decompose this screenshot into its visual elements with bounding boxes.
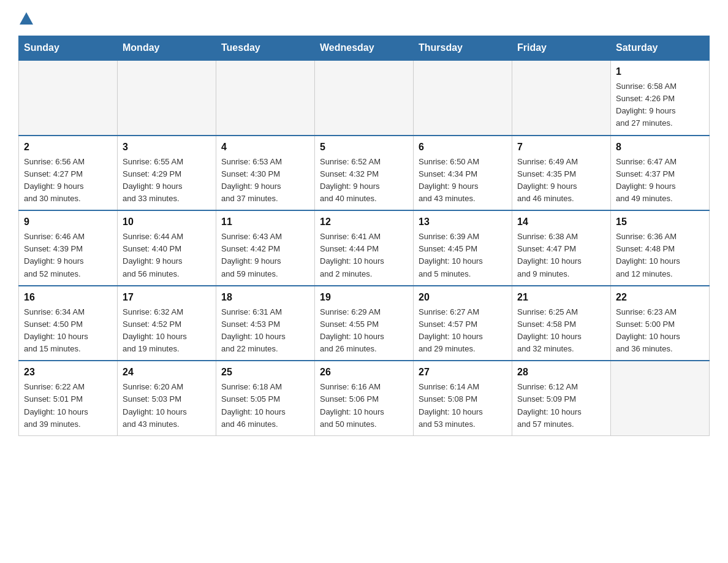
calendar-cell: 12Sunrise: 6:41 AM Sunset: 4:44 PM Dayli…	[315, 210, 414, 286]
calendar-table: SundayMondayTuesdayWednesdayThursdayFrid…	[18, 36, 710, 436]
column-header-thursday: Thursday	[414, 36, 512, 61]
day-info: Sunrise: 6:12 AM Sunset: 5:09 PM Dayligh…	[517, 381, 605, 431]
day-number: 2	[24, 140, 112, 155]
calendar-cell: 28Sunrise: 6:12 AM Sunset: 5:09 PM Dayli…	[512, 361, 611, 435]
day-number: 5	[320, 140, 408, 155]
column-header-saturday: Saturday	[611, 36, 710, 61]
calendar-cell: 2Sunrise: 6:56 AM Sunset: 4:27 PM Daylig…	[19, 136, 118, 211]
day-info: Sunrise: 6:29 AM Sunset: 4:55 PM Dayligh…	[320, 306, 408, 356]
calendar-cell: 7Sunrise: 6:49 AM Sunset: 4:35 PM Daylig…	[512, 136, 611, 211]
day-info: Sunrise: 6:52 AM Sunset: 4:32 PM Dayligh…	[320, 156, 408, 205]
day-number: 11	[221, 215, 309, 229]
calendar-header-row: SundayMondayTuesdayWednesdayThursdayFrid…	[19, 36, 710, 61]
calendar-cell: 25Sunrise: 6:18 AM Sunset: 5:05 PM Dayli…	[216, 361, 315, 435]
calendar-cell: 16Sunrise: 6:34 AM Sunset: 4:50 PM Dayli…	[19, 286, 118, 361]
day-info: Sunrise: 6:44 AM Sunset: 4:40 PM Dayligh…	[123, 231, 211, 280]
week-row-2: 2Sunrise: 6:56 AM Sunset: 4:27 PM Daylig…	[19, 136, 710, 211]
day-info: Sunrise: 6:27 AM Sunset: 4:57 PM Dayligh…	[419, 306, 507, 356]
day-number: 8	[616, 140, 704, 155]
day-info: Sunrise: 6:41 AM Sunset: 4:44 PM Dayligh…	[320, 231, 408, 280]
week-row-3: 9Sunrise: 6:46 AM Sunset: 4:39 PM Daylig…	[19, 210, 710, 286]
calendar-cell: 22Sunrise: 6:23 AM Sunset: 5:00 PM Dayli…	[611, 286, 710, 361]
day-number: 1	[616, 64, 704, 79]
day-number: 25	[221, 365, 309, 380]
day-number: 19	[320, 290, 408, 305]
calendar-cell: 5Sunrise: 6:52 AM Sunset: 4:32 PM Daylig…	[315, 136, 414, 211]
logo	[18, 12, 33, 25]
day-info: Sunrise: 6:16 AM Sunset: 5:06 PM Dayligh…	[320, 381, 408, 431]
calendar-cell: 19Sunrise: 6:29 AM Sunset: 4:55 PM Dayli…	[315, 286, 414, 361]
day-number: 26	[320, 365, 408, 380]
day-number: 14	[517, 215, 605, 229]
day-info: Sunrise: 6:49 AM Sunset: 4:35 PM Dayligh…	[517, 156, 605, 205]
day-info: Sunrise: 6:50 AM Sunset: 4:34 PM Dayligh…	[419, 156, 507, 205]
day-info: Sunrise: 6:55 AM Sunset: 4:29 PM Dayligh…	[123, 156, 211, 205]
calendar-cell	[216, 60, 315, 136]
day-info: Sunrise: 6:58 AM Sunset: 4:26 PM Dayligh…	[616, 80, 704, 130]
day-info: Sunrise: 6:53 AM Sunset: 4:30 PM Dayligh…	[221, 156, 309, 205]
calendar-cell: 3Sunrise: 6:55 AM Sunset: 4:29 PM Daylig…	[118, 136, 216, 211]
calendar-cell: 8Sunrise: 6:47 AM Sunset: 4:37 PM Daylig…	[611, 136, 710, 211]
calendar-cell: 10Sunrise: 6:44 AM Sunset: 4:40 PM Dayli…	[118, 210, 216, 286]
day-info: Sunrise: 6:23 AM Sunset: 5:00 PM Dayligh…	[616, 306, 704, 356]
day-number: 15	[616, 215, 704, 229]
calendar-cell	[315, 60, 414, 136]
day-info: Sunrise: 6:39 AM Sunset: 4:45 PM Dayligh…	[419, 231, 507, 280]
calendar-cell: 23Sunrise: 6:22 AM Sunset: 5:01 PM Dayli…	[19, 361, 118, 435]
week-row-4: 16Sunrise: 6:34 AM Sunset: 4:50 PM Dayli…	[19, 286, 710, 361]
week-row-1: 1Sunrise: 6:58 AM Sunset: 4:26 PM Daylig…	[19, 60, 710, 136]
day-number: 3	[123, 140, 211, 155]
day-info: Sunrise: 6:47 AM Sunset: 4:37 PM Dayligh…	[616, 156, 704, 205]
calendar-cell: 15Sunrise: 6:36 AM Sunset: 4:48 PM Dayli…	[611, 210, 710, 286]
column-header-monday: Monday	[118, 36, 216, 61]
day-info: Sunrise: 6:32 AM Sunset: 4:52 PM Dayligh…	[123, 306, 211, 356]
day-number: 21	[517, 290, 605, 305]
day-number: 13	[419, 215, 507, 229]
day-info: Sunrise: 6:18 AM Sunset: 5:05 PM Dayligh…	[221, 381, 309, 431]
calendar-cell: 26Sunrise: 6:16 AM Sunset: 5:06 PM Dayli…	[315, 361, 414, 435]
day-number: 6	[419, 140, 507, 155]
calendar-cell: 21Sunrise: 6:25 AM Sunset: 4:58 PM Dayli…	[512, 286, 611, 361]
svg-marker-0	[20, 12, 33, 25]
calendar-cell	[118, 60, 216, 136]
calendar-cell: 24Sunrise: 6:20 AM Sunset: 5:03 PM Dayli…	[118, 361, 216, 435]
calendar-cell	[611, 361, 710, 435]
page-header	[18, 12, 710, 25]
day-info: Sunrise: 6:14 AM Sunset: 5:08 PM Dayligh…	[419, 381, 507, 431]
column-header-friday: Friday	[512, 36, 611, 61]
day-number: 16	[24, 290, 112, 305]
calendar-cell: 13Sunrise: 6:39 AM Sunset: 4:45 PM Dayli…	[414, 210, 512, 286]
calendar-cell: 6Sunrise: 6:50 AM Sunset: 4:34 PM Daylig…	[414, 136, 512, 211]
day-number: 28	[517, 365, 605, 380]
day-info: Sunrise: 6:34 AM Sunset: 4:50 PM Dayligh…	[24, 306, 112, 356]
day-number: 12	[320, 215, 408, 229]
day-number: 20	[419, 290, 507, 305]
week-row-5: 23Sunrise: 6:22 AM Sunset: 5:01 PM Dayli…	[19, 361, 710, 435]
day-number: 22	[616, 290, 704, 305]
day-number: 17	[123, 290, 211, 305]
column-header-wednesday: Wednesday	[315, 36, 414, 61]
calendar-cell: 20Sunrise: 6:27 AM Sunset: 4:57 PM Dayli…	[414, 286, 512, 361]
calendar-cell: 17Sunrise: 6:32 AM Sunset: 4:52 PM Dayli…	[118, 286, 216, 361]
calendar-cell: 1Sunrise: 6:58 AM Sunset: 4:26 PM Daylig…	[611, 60, 710, 136]
day-info: Sunrise: 6:20 AM Sunset: 5:03 PM Dayligh…	[123, 381, 211, 431]
day-info: Sunrise: 6:25 AM Sunset: 4:58 PM Dayligh…	[517, 306, 605, 356]
day-info: Sunrise: 6:46 AM Sunset: 4:39 PM Dayligh…	[24, 231, 112, 280]
calendar-cell	[414, 60, 512, 136]
day-info: Sunrise: 6:43 AM Sunset: 4:42 PM Dayligh…	[221, 231, 309, 280]
day-number: 7	[517, 140, 605, 155]
calendar-cell: 14Sunrise: 6:38 AM Sunset: 4:47 PM Dayli…	[512, 210, 611, 286]
calendar-cell	[512, 60, 611, 136]
day-number: 9	[24, 215, 112, 229]
day-number: 10	[123, 215, 211, 229]
calendar-cell	[19, 60, 118, 136]
calendar-cell: 9Sunrise: 6:46 AM Sunset: 4:39 PM Daylig…	[19, 210, 118, 286]
calendar-cell: 4Sunrise: 6:53 AM Sunset: 4:30 PM Daylig…	[216, 136, 315, 211]
day-number: 4	[221, 140, 309, 155]
day-info: Sunrise: 6:22 AM Sunset: 5:01 PM Dayligh…	[24, 381, 112, 431]
day-info: Sunrise: 6:56 AM Sunset: 4:27 PM Dayligh…	[24, 156, 112, 205]
column-header-tuesday: Tuesday	[216, 36, 315, 61]
day-number: 24	[123, 365, 211, 380]
calendar-cell: 18Sunrise: 6:31 AM Sunset: 4:53 PM Dayli…	[216, 286, 315, 361]
day-number: 18	[221, 290, 309, 305]
